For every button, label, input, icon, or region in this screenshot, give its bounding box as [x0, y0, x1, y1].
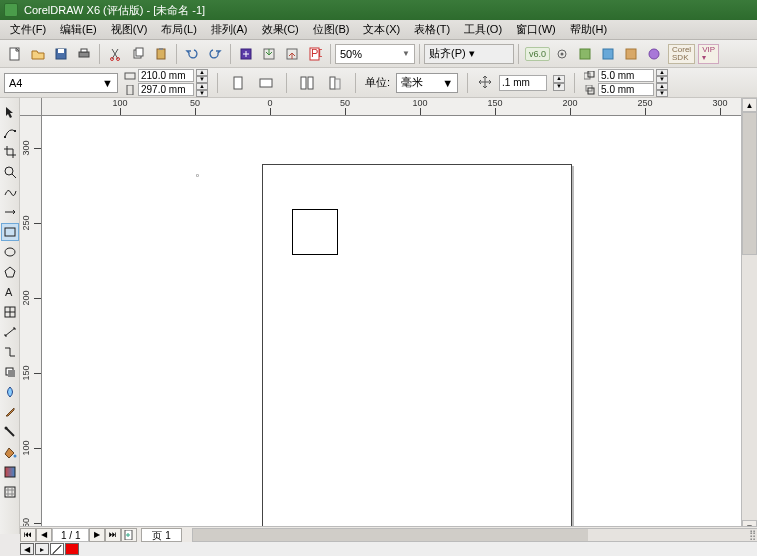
pick-tool[interactable]	[1, 103, 19, 121]
copy-button[interactable]	[127, 43, 149, 65]
no-fill-swatch[interactable]	[50, 543, 64, 555]
svg-rect-10	[159, 48, 163, 50]
page-height-input[interactable]	[138, 83, 194, 96]
polygon-tool[interactable]	[1, 263, 19, 281]
interactive-fill-tool[interactable]	[1, 463, 19, 481]
publish-pdf-button[interactable]: PDF	[304, 43, 326, 65]
nudge-spinner[interactable]: ▲▼	[553, 75, 565, 91]
canvas-viewport[interactable]: ▫	[42, 116, 741, 534]
horizontal-ruler[interactable]: 10050050100150200250300	[42, 98, 741, 116]
launch-button-2[interactable]	[597, 43, 619, 65]
ruler-origin-corner[interactable]	[20, 98, 42, 116]
window-title: CorelDRAW X6 (评估版) - [未命名 -1]	[24, 3, 205, 18]
width-spinner[interactable]: ▲▼	[196, 69, 208, 82]
transparency-tool[interactable]	[1, 383, 19, 401]
palette-flyout-button[interactable]: ▸	[35, 543, 49, 555]
ellipse-tool[interactable]	[1, 243, 19, 261]
crop-tool[interactable]	[1, 143, 19, 161]
vscroll-track[interactable]	[742, 112, 757, 520]
menu-bitmap[interactable]: 位图(B)	[307, 21, 356, 38]
portrait-button[interactable]	[227, 72, 249, 94]
menu-help[interactable]: 帮助(H)	[564, 21, 613, 38]
svg-rect-42	[8, 370, 15, 377]
prev-page-button[interactable]: ◀	[36, 528, 52, 542]
save-button[interactable]	[50, 43, 72, 65]
first-page-button[interactable]: ⏮	[20, 528, 36, 542]
corel-sdk-badge[interactable]: CorelSDK	[668, 44, 695, 64]
paste-button[interactable]	[150, 43, 172, 65]
current-page-button[interactable]	[324, 72, 346, 94]
rectangle-tool[interactable]	[1, 223, 19, 241]
vertical-ruler[interactable]: 30025020015010050	[20, 116, 42, 534]
open-button[interactable]	[27, 43, 49, 65]
all-pages-button[interactable]	[296, 72, 318, 94]
rectangle-shape[interactable]	[292, 209, 338, 255]
eyedropper-tool[interactable]	[1, 403, 19, 421]
text-tool[interactable]: A	[1, 283, 19, 301]
menu-text[interactable]: 文本(X)	[357, 21, 406, 38]
mesh-fill-tool[interactable]	[1, 483, 19, 501]
color-swatch-red[interactable]	[65, 543, 79, 555]
nudge-distance-input[interactable]	[499, 75, 547, 91]
redo-button[interactable]	[204, 43, 226, 65]
menu-tools[interactable]: 工具(O)	[458, 21, 508, 38]
dup-y-input[interactable]	[598, 83, 654, 96]
dup-x-spinner[interactable]: ▲▼	[656, 69, 668, 82]
launch-button-4[interactable]	[643, 43, 665, 65]
outline-tool[interactable]	[1, 423, 19, 441]
drop-shadow-tool[interactable]	[1, 363, 19, 381]
page-width-input[interactable]	[138, 69, 194, 82]
fill-tool[interactable]	[1, 443, 19, 461]
hscroll-thumb[interactable]	[193, 529, 588, 541]
vscroll-thumb[interactable]	[742, 112, 757, 255]
freehand-tool[interactable]	[1, 183, 19, 201]
landscape-button[interactable]	[255, 72, 277, 94]
last-page-button[interactable]: ⏭	[105, 528, 121, 542]
dropdown-arrow-icon: ▼	[442, 77, 453, 89]
menu-layout[interactable]: 布局(L)	[155, 21, 202, 38]
vip-badge[interactable]: VIP▾	[698, 44, 719, 64]
dup-y-spinner[interactable]: ▲▼	[656, 83, 668, 96]
table-tool[interactable]	[1, 303, 19, 321]
dropdown-arrow-icon: ▼	[102, 77, 113, 89]
launch-button-1[interactable]	[574, 43, 596, 65]
import-button[interactable]	[258, 43, 280, 65]
unit-combo[interactable]: 毫米 ▼	[396, 73, 458, 93]
paper-size-combo[interactable]: A4 ▼	[4, 73, 118, 93]
svg-rect-19	[603, 49, 613, 59]
shape-tool[interactable]	[1, 123, 19, 141]
launch-button-3[interactable]	[620, 43, 642, 65]
menu-file[interactable]: 文件(F)	[4, 21, 52, 38]
connector-tool[interactable]	[1, 343, 19, 361]
dropdown-arrow-icon: ▼	[402, 49, 410, 58]
undo-button[interactable]	[181, 43, 203, 65]
search-button[interactable]	[235, 43, 257, 65]
menu-edit[interactable]: 编辑(E)	[54, 21, 103, 38]
menu-arrange[interactable]: 排列(A)	[205, 21, 254, 38]
menu-window[interactable]: 窗口(W)	[510, 21, 562, 38]
menu-view[interactable]: 视图(V)	[105, 21, 154, 38]
horizontal-scrollbar[interactable]	[192, 528, 757, 542]
dup-x-input[interactable]	[598, 69, 654, 82]
new-button[interactable]	[4, 43, 26, 65]
next-page-button[interactable]: ▶	[89, 528, 105, 542]
add-page-button[interactable]	[121, 528, 137, 542]
cut-button[interactable]	[104, 43, 126, 65]
palette-scroll-left-button[interactable]: ◀	[20, 543, 34, 555]
options-button[interactable]	[551, 43, 573, 65]
scroll-up-button[interactable]: ▲	[742, 98, 757, 112]
menu-effects[interactable]: 效果(C)	[256, 21, 305, 38]
height-spinner[interactable]: ▲▼	[196, 83, 208, 96]
zoom-level-combo[interactable]: 50% ▼	[335, 44, 415, 64]
export-button[interactable]	[281, 43, 303, 65]
smart-drawing-tool[interactable]	[1, 203, 19, 221]
resize-handle-icon[interactable]: ⣿	[749, 529, 756, 540]
svg-point-36	[5, 167, 13, 175]
page-tab-1[interactable]: 页 1	[141, 528, 181, 542]
print-button[interactable]	[73, 43, 95, 65]
vertical-scrollbar[interactable]: ▲ ▼	[741, 98, 757, 534]
snap-to-combo[interactable]: 贴齐(P) ▾	[424, 44, 514, 64]
dimension-tool[interactable]	[1, 323, 19, 341]
zoom-tool[interactable]	[1, 163, 19, 181]
menu-table[interactable]: 表格(T)	[408, 21, 456, 38]
